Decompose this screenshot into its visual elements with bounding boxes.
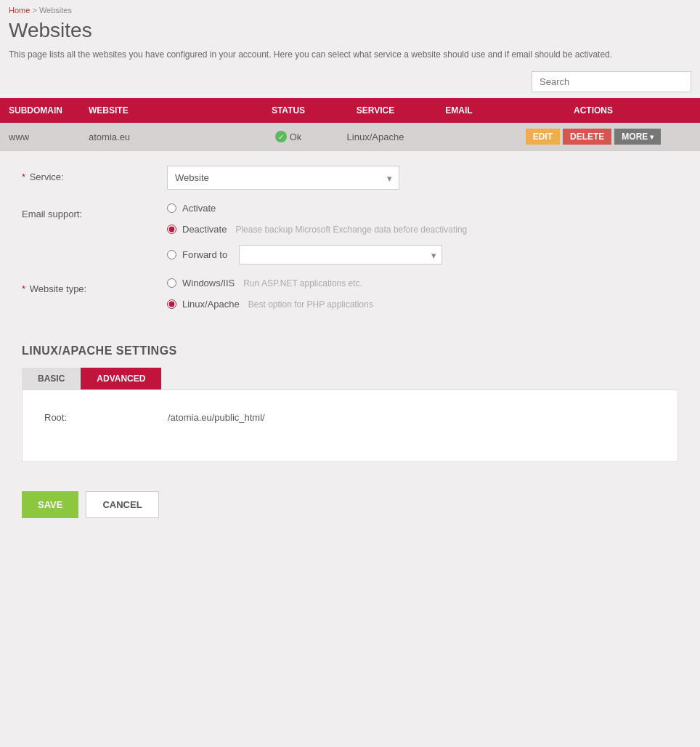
email-activate-radio[interactable] — [167, 203, 176, 213]
page-title: Websites — [9, 19, 691, 42]
col-header-subdomain: SUBDOMAIN — [9, 105, 89, 116]
service-label: * Service: — [22, 166, 167, 182]
service-control: Website — [167, 166, 678, 190]
cell-website: atomia.eu — [89, 132, 248, 142]
cell-subdomain: www — [9, 132, 89, 142]
root-label: Root: — [44, 412, 168, 423]
edit-button[interactable]: EDIT — [526, 129, 560, 145]
breadcrumb-home[interactable]: Home — [9, 6, 30, 15]
email-support-control: Activate Deactivate Please backup Micros… — [167, 203, 678, 265]
email-forward-radio[interactable] — [167, 250, 176, 259]
email-deactivate-option[interactable]: Deactivate Please backup Microsoft Excha… — [167, 224, 678, 235]
email-deactivate-label: Deactivate — [182, 224, 227, 235]
tab-basic[interactable]: BASIC — [22, 368, 81, 389]
email-deactivate-radio[interactable] — [167, 225, 176, 234]
email-activate-option[interactable]: Activate — [167, 203, 678, 214]
windows-iis-option[interactable]: Windows/IIS Run ASP.NET applications etc… — [167, 278, 678, 288]
delete-button[interactable]: DELETE — [563, 129, 611, 145]
cell-service: Linux/Apache — [328, 132, 423, 142]
col-header-actions: ACTIONS — [495, 105, 691, 116]
save-button[interactable]: SAVE — [22, 491, 78, 518]
more-button[interactable]: MORE — [614, 129, 661, 145]
breadcrumb: Home > Websites — [0, 0, 700, 16]
col-header-website: WEBSITE — [89, 105, 248, 116]
email-activate-label: Activate — [182, 203, 216, 214]
tab-content: Root: /atomia.eu/public_html/ — [22, 389, 678, 462]
settings-title: LINUX/APACHE SETTINGS — [22, 344, 678, 358]
breadcrumb-separator: > — [32, 6, 38, 15]
linux-apache-label: Linux/Apache — [182, 299, 240, 310]
col-header-status: STATUS — [248, 105, 328, 116]
service-select[interactable]: Website — [167, 166, 399, 190]
email-support-label: Email support: — [22, 203, 167, 219]
table-row: www atomia.eu ✓ Ok Linux/Apache EDIT DEL… — [0, 123, 700, 151]
cell-actions: EDIT DELETE MORE — [495, 129, 691, 145]
status-ok-text: Ok — [290, 132, 302, 142]
windows-iis-label: Windows/IIS — [182, 278, 235, 288]
page-description: This page lists all the websites you hav… — [0, 47, 700, 67]
linux-apache-hint: Best option for PHP applications — [248, 299, 373, 310]
linux-apache-option[interactable]: Linux/Apache Best option for PHP applica… — [167, 299, 678, 310]
cancel-button[interactable]: CANCEL — [86, 491, 158, 518]
status-ok-icon: ✓ — [275, 131, 287, 142]
windows-iis-hint: Run ASP.NET applications etc. — [243, 278, 362, 288]
action-bar: SAVE CANCEL — [0, 477, 700, 533]
email-deactivate-hint: Please backup Microsoft Exchange data be… — [235, 225, 467, 235]
table-header: SUBDOMAIN WEBSITE STATUS SERVICE EMAIL A… — [0, 98, 700, 123]
email-forward-option[interactable]: Forward to — [167, 245, 678, 265]
cell-status: ✓ Ok — [248, 131, 328, 143]
service-required-star: * — [22, 171, 25, 182]
windows-iis-radio[interactable] — [167, 278, 176, 288]
website-type-control: Windows/IIS Run ASP.NET applications etc… — [167, 278, 678, 310]
email-forward-label: Forward to — [182, 249, 227, 260]
col-header-service: SERVICE — [328, 105, 423, 116]
col-header-email: EMAIL — [423, 105, 495, 116]
website-type-required-star: * — [22, 283, 25, 294]
breadcrumb-current: Websites — [39, 6, 72, 15]
website-type-label: * Website type: — [22, 278, 167, 294]
search-input[interactable] — [532, 71, 691, 92]
tab-advanced[interactable]: ADVANCED — [81, 368, 161, 389]
email-forward-select[interactable] — [239, 245, 442, 265]
root-value: /atomia.eu/public_html/ — [168, 412, 265, 423]
linux-apache-radio[interactable] — [167, 299, 176, 309]
